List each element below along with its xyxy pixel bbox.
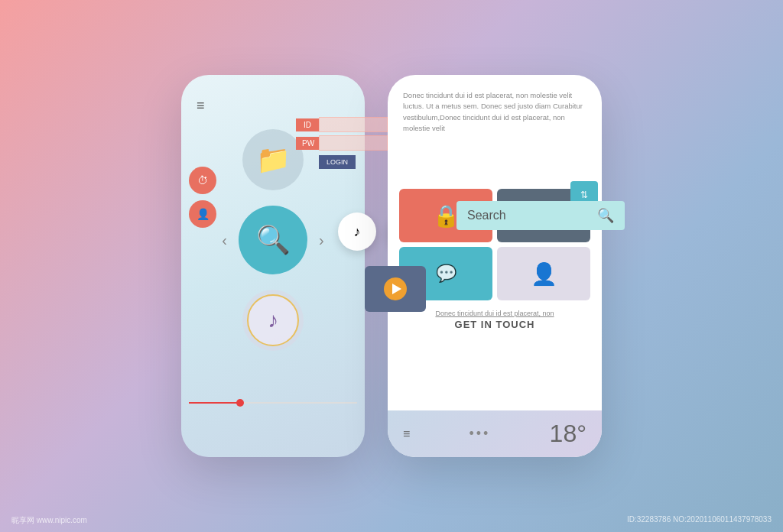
temperature-display: 18°: [550, 420, 586, 448]
description-text: Donec tincidunt dui id est placerat, non…: [403, 90, 586, 134]
arrow-left-button[interactable]: ‹: [222, 232, 227, 249]
dots-indicator: •••: [469, 426, 491, 442]
id-label: ID: [296, 118, 319, 131]
sort-accent-icon: ⇅: [580, 190, 588, 200]
music-float-icon: ♪: [354, 224, 361, 240]
login-panel: ID PW LOGIN: [296, 117, 388, 169]
chat-icon: 💬: [436, 264, 456, 284]
folder-button[interactable]: 📁: [242, 129, 304, 190]
user-tile-button[interactable]: 👤: [497, 247, 590, 300]
id-field-row: ID: [296, 117, 388, 132]
arrow-right-button[interactable]: ›: [319, 232, 324, 249]
get-in-touch-title: GET IN TOUCH: [399, 319, 590, 330]
pw-label: PW: [296, 137, 319, 150]
search-circle-button[interactable]: 🔍: [239, 206, 307, 274]
search-spacer: [388, 151, 602, 189]
search-bar-container: Search 🔍: [456, 201, 625, 230]
pw-input[interactable]: [319, 135, 388, 151]
progress-dot[interactable]: [236, 399, 244, 407]
video-player-float: [365, 266, 426, 312]
search-bar-icon: 🔍: [597, 207, 614, 224]
lock-icon: 🔒: [433, 203, 460, 229]
music-circle-inner: ♪: [247, 294, 299, 346]
login-button[interactable]: LOGIN: [319, 155, 356, 169]
user-tile-icon: 👤: [531, 261, 557, 287]
right-phone-top: Donec tincidunt dui id est placerat, non…: [388, 75, 602, 151]
id-input[interactable]: [319, 117, 388, 132]
right-bottom-bar: ≡ ••• 18°: [388, 410, 602, 457]
music-button[interactable]: ♪: [242, 290, 304, 351]
play-triangle-icon: [392, 284, 401, 294]
folder-icon: 📁: [256, 144, 291, 176]
watermark-right: ID:32283786 NO:20201106011437978033: [627, 515, 772, 526]
pw-field-row: PW: [296, 135, 388, 151]
search-input-text[interactable]: Search: [467, 209, 590, 222]
right-phone-wrapper: Search 🔍 Donec tin: [388, 75, 602, 457]
search-bar[interactable]: Search 🔍: [456, 201, 625, 230]
video-thumbnail: [365, 266, 426, 312]
music-note-icon: ♪: [268, 308, 278, 332]
contact-link[interactable]: Donec tincidunt dui id est placerat, non: [399, 310, 590, 317]
left-phone-content: 📁 ‹ 🔍 › ♪: [181, 122, 365, 442]
watermark: 昵享网 www.nipic.com ID:32283786 NO:2020110…: [0, 515, 783, 526]
watermark-left: 昵享网 www.nipic.com: [11, 515, 87, 526]
left-phone-wrapper: ID PW LOGIN ≡ ⏱ 👤: [181, 75, 365, 457]
play-button[interactable]: [384, 277, 407, 300]
magnify-icon: 🔍: [256, 224, 291, 256]
carousel-row: ‹ 🔍 ›: [189, 206, 357, 274]
bottom-menu-icon[interactable]: ≡: [403, 427, 410, 441]
progress-bar-area: [189, 402, 357, 404]
hamburger-icon[interactable]: ≡: [197, 98, 205, 114]
music-float-button[interactable]: ♪: [338, 212, 376, 251]
